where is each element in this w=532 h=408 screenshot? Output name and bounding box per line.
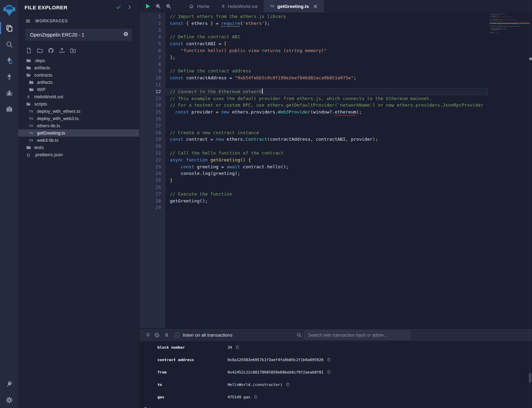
tab-bar: HomeSHelloWorld.solTSgetGreeting.ts xyxy=(139,0,532,12)
terminal-row-contract-address: contract address0x8a120383e6057b1f3aef4f… xyxy=(139,354,532,366)
remix-logo-icon xyxy=(0,0,18,20)
tree-item-ethers-lib-ts[interactable]: TSethers-lib.ts xyxy=(18,122,139,129)
activity-bar xyxy=(0,0,18,408)
tab-getgreeting-ts[interactable]: TSgetGreeting.ts xyxy=(264,0,324,12)
settings-icon[interactable] xyxy=(0,392,18,408)
tree-item--deps[interactable]: .deps xyxy=(18,57,139,64)
plugin-manager-icon[interactable] xyxy=(0,376,18,392)
tree-item-label: getGreeting.ts xyxy=(37,130,65,136)
tree-item-tests[interactable]: tests xyxy=(18,144,139,151)
terminal: 0 listen on all transactions block numbe… xyxy=(139,328,532,408)
tree-item-deploy-with-ethers-ts[interactable]: TSdeploy_with_ethers.ts xyxy=(18,108,139,115)
terminal-row-value: 34 xyxy=(228,345,232,350)
page-scrollbar[interactable] xyxy=(529,0,532,408)
tree-item-artifacts[interactable]: artifacts xyxy=(18,79,139,86)
tree-item-helloworld-sol[interactable]: SHelloWorld.sol xyxy=(18,93,139,100)
terminal-row-label: from xyxy=(157,370,228,375)
tree-item--prettierrc-json[interactable]: { }.prettierrc.json xyxy=(18,151,139,158)
line-number: 16 xyxy=(139,116,165,122)
tab-strip: HomeSHelloWorld.solTSgetGreeting.ts xyxy=(183,0,324,12)
code-editor[interactable]: 1234567891011121314151617181920212223242… xyxy=(139,12,532,328)
tree-item-label: WIP xyxy=(37,87,46,92)
terminal-row-to: toHelloWorld.(constructor) xyxy=(139,378,532,391)
tree-item-label: deploy_with_web3.ts xyxy=(37,116,79,121)
solidity-compiler-icon[interactable] xyxy=(0,52,18,69)
zoom-in-icon[interactable] xyxy=(163,1,174,11)
folder-icon xyxy=(26,58,31,63)
line-number: 21 xyxy=(139,150,165,157)
collapse-terminal-icon[interactable] xyxy=(143,330,152,339)
editor-area: HomeSHelloWorld.solTSgetGreeting.ts 1234… xyxy=(139,0,532,408)
copy-icon[interactable] xyxy=(253,395,259,400)
upload-folder-icon[interactable] xyxy=(70,47,76,54)
code-content[interactable]: // Import ethers from the ethers.js libr… xyxy=(165,13,488,211)
panel-header: FILE EXPLORER xyxy=(18,0,139,11)
folder-icon xyxy=(28,87,34,92)
ts-icon: TS xyxy=(28,117,34,120)
line-number: 28 xyxy=(139,198,165,205)
tree-item-deploy-with-web3-ts[interactable]: TSdeploy_with_web3.ts xyxy=(18,115,139,122)
line-number: 10 xyxy=(139,74,165,81)
line-number: 7 xyxy=(139,54,165,61)
panel-title: FILE EXPLORER xyxy=(25,4,111,10)
tree-item-label: .prettierrc.json xyxy=(34,152,62,157)
line-number: 11 xyxy=(139,81,165,88)
deploy-run-icon[interactable] xyxy=(0,69,18,85)
tree-item-wip[interactable]: WIP xyxy=(18,86,139,93)
debugger-icon[interactable] xyxy=(0,85,18,101)
terminal-prompt[interactable]: > xyxy=(139,403,532,408)
clear-console-icon[interactable] xyxy=(152,330,161,339)
terminal-row-label: block number xyxy=(157,345,228,350)
tree-item-getgreeting-ts[interactable]: TSgetGreeting.ts xyxy=(18,129,139,137)
terminal-row-label: contract address xyxy=(157,358,228,362)
line-number: 18 xyxy=(139,129,165,136)
tree-item-contracts[interactable]: contracts xyxy=(18,71,139,79)
tree-item-web3-lib-ts[interactable]: TSweb3-lib.ts xyxy=(18,137,139,144)
ts-icon: TS xyxy=(28,124,34,128)
tree-item-scripts[interactable]: scripts xyxy=(18,100,139,108)
check-icon[interactable] xyxy=(115,4,122,11)
minimap[interactable]: // Import ethers from the ethers.js libr… xyxy=(490,13,530,41)
line-number: 3 xyxy=(139,27,165,34)
line-number: 6 xyxy=(139,47,165,54)
create-folder-icon[interactable] xyxy=(37,47,43,54)
tab-home[interactable]: Home xyxy=(183,0,216,12)
line-number: 4 xyxy=(139,33,165,40)
chevron-right-icon[interactable] xyxy=(126,4,133,11)
search-icon[interactable] xyxy=(0,36,18,52)
copy-icon[interactable] xyxy=(327,370,332,375)
close-tab-icon[interactable] xyxy=(313,4,318,9)
listen-checkbox[interactable] xyxy=(175,332,180,338)
line-number: 20 xyxy=(139,143,165,150)
copy-icon[interactable] xyxy=(327,357,332,362)
upload-file-icon[interactable] xyxy=(59,47,65,54)
terminal-log: block number34contract address0x8a120383… xyxy=(139,341,532,403)
copy-icon[interactable] xyxy=(235,345,240,350)
copy-icon[interactable] xyxy=(286,382,291,387)
solidity-icon: S xyxy=(26,94,31,100)
line-number: 12 xyxy=(139,88,165,95)
tab-helloworld-sol[interactable]: SHelloWorld.sol xyxy=(216,0,264,12)
workspace-caret-icon xyxy=(123,31,129,38)
menu-icon[interactable] xyxy=(25,18,31,24)
create-file-icon[interactable] xyxy=(26,47,32,54)
run-script-button[interactable] xyxy=(143,1,153,11)
line-number: 23 xyxy=(139,163,165,170)
file-explorer-icon[interactable] xyxy=(0,20,18,36)
workspace-select[interactable]: OpenZeppelin ERC20 - 1 xyxy=(25,29,132,41)
page-scrollbar-thumb[interactable] xyxy=(530,58,532,60)
terminal-row-label: gas xyxy=(157,395,228,399)
tab-label: Home xyxy=(197,4,210,9)
github-icon[interactable] xyxy=(48,47,54,54)
line-number: 5 xyxy=(139,40,165,47)
terminal-search-input[interactable] xyxy=(304,330,410,339)
workspaces-row: WORKSPACES xyxy=(18,11,139,24)
line-number: 27 xyxy=(139,191,165,198)
line-number: 22 xyxy=(139,157,165,163)
minimap-content: // Import ethers from the ethers.js libr… xyxy=(490,13,530,34)
tree-item-artifacts[interactable]: artifacts xyxy=(18,64,139,71)
learn-icon[interactable] xyxy=(0,101,18,117)
line-numbers: 1234567891011121314151617181920212223242… xyxy=(139,12,165,328)
home-icon xyxy=(189,4,194,9)
zoom-out-icon[interactable] xyxy=(153,1,163,11)
